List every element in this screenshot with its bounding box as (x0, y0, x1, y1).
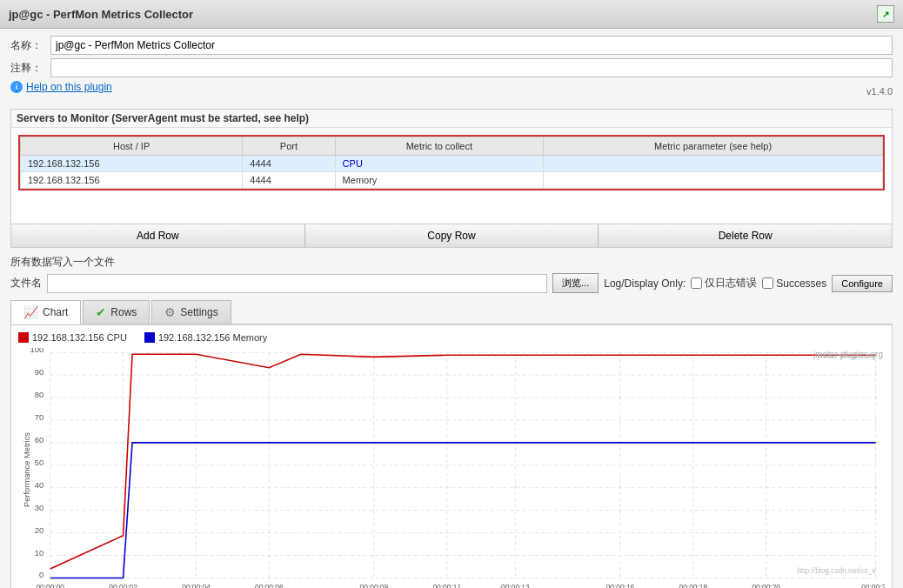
chart-tab-label: Chart (43, 306, 68, 318)
metric-cell: Memory (335, 172, 543, 189)
port-cell: 4444 (243, 172, 335, 189)
svg-text:00:00:02: 00:00:02 (109, 583, 137, 588)
svg-rect-0 (18, 348, 885, 588)
rows-tab-icon: ✔ (96, 305, 106, 319)
svg-text:00:00:00: 00:00:00 (36, 583, 64, 588)
tabs-row: 📈 Chart ✔ Rows ⚙ Settings (10, 300, 893, 324)
metric-cell[interactable]: CPU (335, 156, 543, 172)
svg-text:Performance Metrics: Performance Metrics (23, 432, 31, 507)
legend-color-memory (144, 332, 155, 343)
svg-text:00:00:18: 00:00:18 (679, 583, 708, 588)
window-title: jp@gc - PerfMon Metrics Collector (9, 8, 193, 21)
svg-text:00:00:06: 00:00:06 (255, 583, 284, 588)
param-cell (544, 156, 883, 172)
legend-label-memory: 192.168.132.156 Memory (158, 332, 267, 343)
title-bar: jp@gc - PerfMon Metrics Collector ↗ (0, 0, 903, 29)
servers-table: Host / IP Port Metric to collect Metric … (20, 137, 883, 189)
file-section-title: 所有数据写入一个文件 (10, 255, 893, 270)
svg-text:00:00:20: 00:00:20 (752, 583, 780, 588)
col-host: Host / IP (21, 137, 243, 156)
checkbox1-text: 仅日志错误 (705, 276, 757, 291)
file-section: 所有数据写入一个文件 文件名 浏览... Log/Display Only: 仅… (10, 255, 893, 293)
buttons-row: Add Row Copy Row Delete Row (11, 224, 892, 247)
svg-text:90: 90 (35, 368, 43, 377)
tab-chart[interactable]: 📈 Chart (10, 300, 81, 324)
checkbox-errors[interactable] (691, 277, 702, 289)
browse-button[interactable]: 浏览... (552, 273, 599, 293)
table-row[interactable]: 192.168.132.156 4444 CPU (21, 156, 883, 172)
settings-tab-icon: ⚙ (164, 305, 176, 319)
tab-rows[interactable]: ✔ Rows (83, 300, 150, 324)
svg-text:00:00:23: 00:00:23 (861, 583, 885, 588)
chart-tab-icon: 📈 (23, 305, 38, 319)
settings-tab-label: Settings (180, 306, 217, 318)
copy-row-button[interactable]: Copy Row (305, 224, 599, 247)
servers-section: Servers to Monitor (ServerAgent must be … (10, 109, 893, 248)
svg-text:00:00:11: 00:00:11 (432, 583, 461, 588)
svg-text:0: 0 (39, 571, 43, 579)
svg-text:70: 70 (35, 413, 43, 422)
chart-svg: 0 10 20 30 40 50 60 70 80 90 100 Perform… (18, 348, 885, 588)
file-label: 文件名 (10, 276, 42, 291)
checkbox-successes[interactable] (762, 277, 773, 289)
checkbox2-text: Successes (776, 277, 826, 290)
svg-text:00:00:04: 00:00:04 (182, 583, 211, 588)
svg-text:40: 40 (35, 481, 43, 490)
svg-text:60: 60 (35, 436, 43, 444)
version-text: v1.4.0 (866, 86, 893, 97)
name-label: 名称： (10, 38, 45, 53)
chart-watermark: jmeter-plugins.org (813, 350, 883, 359)
svg-text:00:00:09: 00:00:09 (360, 583, 389, 588)
delete-row-button[interactable]: Delete Row (599, 224, 892, 247)
table-row[interactable]: 192.168.132.156 4444 Memory (21, 172, 883, 189)
name-input[interactable] (50, 36, 893, 55)
log-label: Log/Display Only: (604, 277, 686, 290)
help-link[interactable]: i Help on this plugin (10, 81, 112, 93)
file-input[interactable] (47, 274, 547, 293)
chart-container: jmeter-plugins.org 0 10 20 30 40 50 60 7… (18, 348, 885, 588)
legend-label-cpu: 192.168.132.156 CPU (32, 332, 127, 343)
svg-text:50: 50 (35, 458, 43, 467)
legend-item-cpu: 192.168.132.156 CPU (18, 332, 127, 343)
svg-text:10: 10 (35, 549, 43, 558)
window-icon[interactable]: ↗ (877, 5, 894, 23)
servers-title: Servers to Monitor (ServerAgent must be … (11, 110, 892, 128)
legend-item-memory: 192.168.132.156 Memory (144, 332, 267, 343)
svg-text:00:00:16: 00:00:16 (606, 583, 635, 588)
svg-text:http://blog.csdn.net/cc_x: http://blog.csdn.net/cc_x (797, 566, 876, 575)
param-cell (544, 172, 883, 189)
add-row-button[interactable]: Add Row (11, 224, 305, 247)
annotation-input[interactable] (50, 58, 893, 77)
chart-legend: 192.168.132.156 CPU 192.168.132.156 Memo… (18, 332, 885, 343)
col-port: Port (243, 137, 335, 156)
port-cell: 4444 (243, 156, 335, 172)
checkbox2-label[interactable]: Successes (762, 277, 826, 290)
chart-area: 192.168.132.156 CPU 192.168.132.156 Memo… (10, 324, 893, 588)
rows-tab-label: Rows (110, 306, 137, 318)
svg-text:00:00:13: 00:00:13 (501, 583, 530, 588)
svg-text:100: 100 (30, 348, 44, 354)
legend-color-cpu (18, 332, 29, 343)
svg-text:80: 80 (35, 391, 43, 399)
col-param: Metric parameter (see help) (544, 137, 883, 156)
configure-button[interactable]: Configure (832, 275, 893, 292)
info-icon: i (10, 81, 23, 93)
svg-text:30: 30 (35, 504, 43, 512)
host-cell: 192.168.132.156 (21, 172, 243, 189)
checkbox1-label[interactable]: 仅日志错误 (691, 276, 757, 291)
host-cell: 192.168.132.156 (21, 156, 243, 172)
col-metric: Metric to collect (335, 137, 543, 156)
svg-text:20: 20 (35, 526, 43, 535)
annotation-label: 注释： (10, 61, 45, 76)
tab-settings[interactable]: ⚙ Settings (151, 300, 231, 324)
